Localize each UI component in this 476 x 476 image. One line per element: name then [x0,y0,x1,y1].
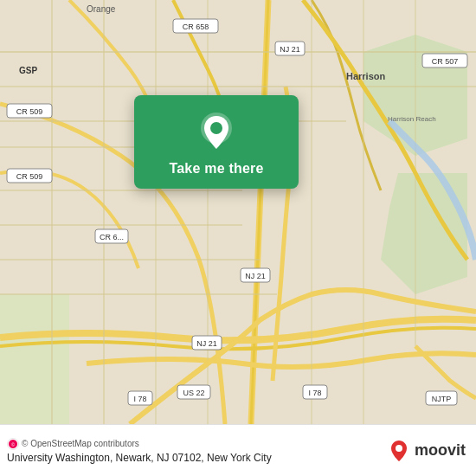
svg-text:CR 509: CR 509 [16,172,43,181]
location-text: University Washington, Newark, NJ 07102,… [7,452,272,464]
action-card: Take me there [134,95,299,189]
svg-text:©: © [11,441,15,447]
moovit-logo: moovit [387,439,466,463]
svg-text:CR 6...: CR 6... [100,233,124,241]
moovit-brand-icon [387,439,411,463]
svg-text:Harrison Reach: Harrison Reach [388,115,436,123]
svg-point-53 [396,445,402,452]
svg-text:NJ 21: NJ 21 [245,272,266,280]
footer-left: © © OpenStreetMap contributors Universit… [7,438,272,464]
svg-text:CR 509: CR 509 [16,107,43,116]
svg-text:Orange: Orange [87,4,116,14]
svg-text:Harrison: Harrison [346,71,386,81]
svg-rect-3 [0,294,69,424]
svg-text:CR 507: CR 507 [432,57,459,66]
svg-text:US 22: US 22 [183,389,204,397]
svg-text:NJTP: NJTP [432,395,452,403]
map-container: CR 658 NJ 21 CR 507 CR 509 CR 509 Harris… [0,0,476,424]
svg-text:CR 658: CR 658 [183,23,209,31]
take-me-there-button[interactable]: Take me there [169,161,263,177]
footer-bar: © © OpenStreetMap contributors Universit… [0,424,476,476]
osm-attribution: © © OpenStreetMap contributors [7,438,272,450]
map-roads: CR 658 NJ 21 CR 507 CR 509 CR 509 Harris… [0,0,476,424]
svg-text:NJ 21: NJ 21 [196,339,217,348]
moovit-label: moovit [415,441,466,460]
svg-text:I 78: I 78 [133,395,146,403]
osm-attribution-text: © OpenStreetMap contributors [22,439,139,448]
location-pin-icon [196,111,237,152]
svg-text:I 78: I 78 [308,389,321,397]
svg-text:NJ 21: NJ 21 [280,45,300,54]
osm-logo-icon: © [7,438,19,450]
svg-point-50 [210,122,222,134]
svg-text:GSP: GSP [19,66,37,75]
